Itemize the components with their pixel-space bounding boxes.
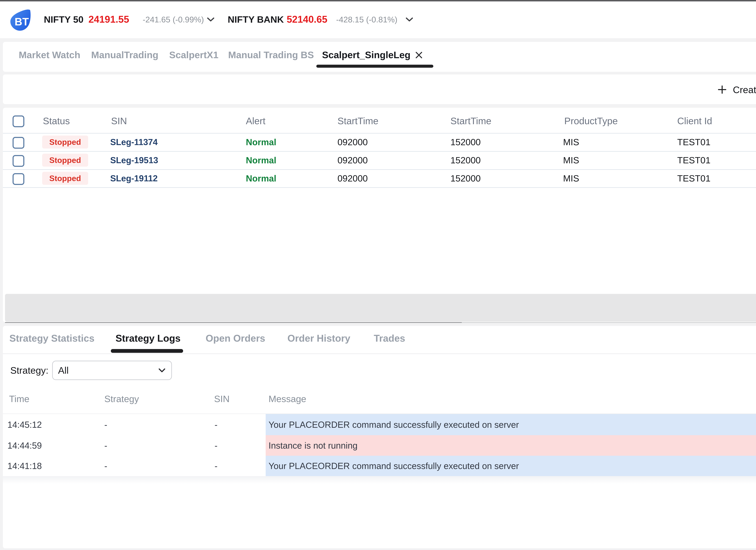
svg-text:BT: BT [15, 16, 29, 28]
